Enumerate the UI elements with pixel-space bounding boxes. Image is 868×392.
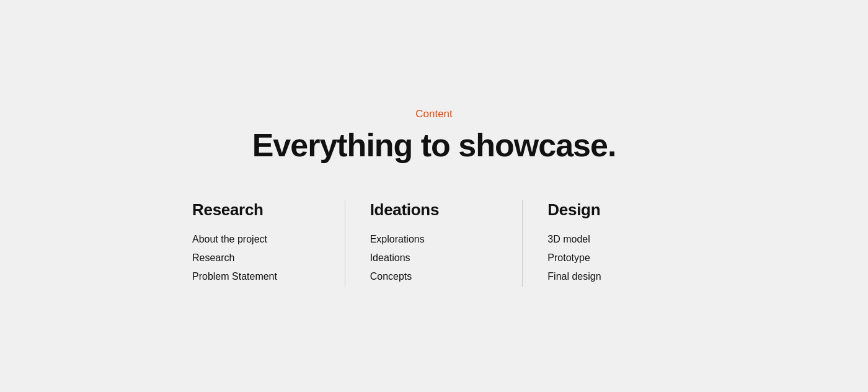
column-items-research: About the projectResearchProblem Stateme…	[192, 232, 321, 284]
main-title: Everything to showcase.	[252, 128, 616, 163]
list-item: Final design	[547, 269, 676, 284]
list-item: Ideations	[370, 251, 498, 265]
list-item: Research	[192, 251, 321, 265]
list-item: About the project	[192, 232, 321, 247]
header-section: Content Everything to showcase.	[252, 108, 616, 163]
column-research: ResearchAbout the projectResearchProblem…	[192, 200, 345, 284]
column-items-ideations: ExplorationsIdeationsConcepts	[370, 232, 498, 284]
content-label: Content	[252, 108, 616, 120]
list-item: Concepts	[370, 269, 498, 284]
page-wrapper: Content Everything to showcase. Research…	[0, 0, 868, 392]
column-heading-ideations: Ideations	[370, 200, 498, 220]
column-heading-research: Research	[192, 200, 321, 220]
column-design: Design3D modelPrototypeFinal design	[523, 200, 676, 284]
columns-section: ResearchAbout the projectResearchProblem…	[192, 200, 676, 284]
list-item: Prototype	[547, 251, 676, 265]
column-heading-design: Design	[547, 200, 676, 220]
list-item: 3D model	[547, 232, 676, 247]
list-item: Explorations	[370, 232, 498, 247]
list-item: Problem Statement	[192, 269, 321, 284]
column-ideations: IdeationsExplorationsIdeationsConcepts	[345, 200, 523, 284]
column-items-design: 3D modelPrototypeFinal design	[547, 232, 676, 284]
